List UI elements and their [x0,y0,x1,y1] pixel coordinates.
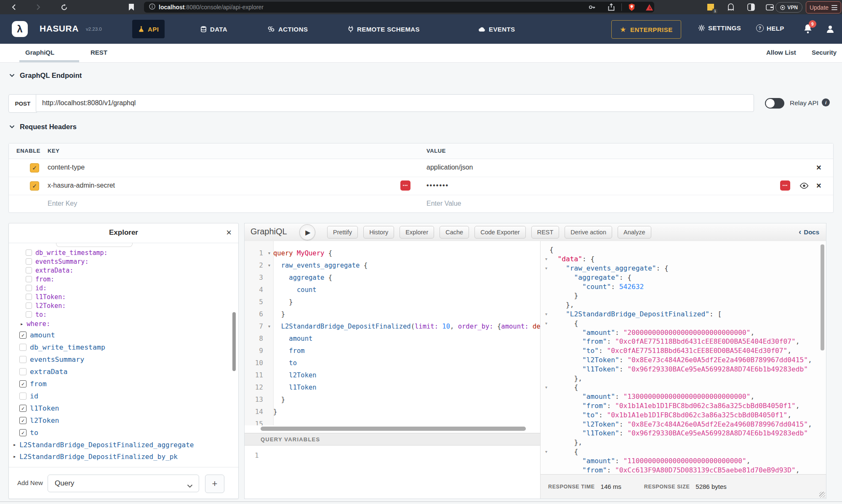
enterprise-button[interactable]: ★ ENTERPRISE [611,20,681,39]
field-checkbox[interactable]: ✓ [19,332,27,339]
key-icon[interactable] [587,2,597,12]
field-checkbox[interactable]: ✓ [19,417,27,424]
remove-header-icon[interactable]: × [816,181,821,190]
explorer-item-l1Token[interactable]: l1Token: [9,292,238,301]
new-key-input[interactable]: Enter Key [48,200,77,207]
vpn-button[interactable]: VPN [775,2,802,13]
explorer-item-l2Token[interactable]: l2Token: [9,301,238,310]
field-checkbox[interactable] [26,249,32,256]
enable-checkbox[interactable]: ✓ [30,163,39,172]
docs-link[interactable]: ‹ Docs [799,228,819,236]
explorer-field-list[interactable]: db_write_timestamp:eventsSummary:extraDa… [9,243,238,468]
code-exporter-button[interactable]: Code Exporter [474,226,526,239]
reload-icon[interactable] [59,2,69,12]
nav-item-actions[interactable]: ACTIONS [262,20,314,38]
field-checkbox[interactable] [26,294,32,300]
explorer-item-extraData[interactable]: extraData: [9,266,238,275]
nav-item-remote-schemas[interactable]: REMOTE SCHEMAS [342,20,426,38]
explorer-item-to[interactable]: to: [9,310,238,319]
explorer-item-db_write_timestamp[interactable]: db_write_timestamp [9,341,238,353]
explorer-button[interactable]: Explorer [400,226,434,239]
query-variables-header[interactable]: QUERY VARIABLES [245,433,540,446]
execute-query-button[interactable]: ▶ [299,224,315,240]
expand-arrow-icon[interactable]: ▸ [13,454,16,459]
contrast-extension-icon[interactable] [746,2,756,12]
fold-arrow-icon[interactable]: ▾ [543,266,549,271]
notifications-button[interactable]: 9 [803,24,813,34]
expand-arrow-icon[interactable]: ▸ [20,321,23,327]
field-checkbox[interactable] [26,276,32,282]
analyze-button[interactable]: Analyze [618,226,651,239]
fold-arrow-icon[interactable]: ▾ [543,321,549,326]
explorer-item-L2StandardBridge_DepositFinalized_aggregate[interactable]: ▸L2StandardBridge_DepositFinalized_aggre… [9,439,238,451]
menu-icon[interactable] [831,4,837,11]
explorer-item-eventsSummary[interactable]: eventsSummary [9,353,238,366]
field-checkbox[interactable] [26,302,32,309]
add-new-select[interactable]: Query [48,475,199,492]
response-scrollbar[interactable] [821,244,824,350]
resize-handle[interactable] [819,492,825,498]
expand-arrow-icon[interactable]: ▸ [13,442,16,448]
add-operation-button[interactable]: + [205,475,224,493]
brave-shield-icon[interactable] [626,2,637,12]
link-allow-list[interactable]: Allow List [766,49,796,56]
settings-button[interactable]: SETTINGS [698,24,741,32]
field-checkbox[interactable] [26,267,32,273]
fold-arrow-icon[interactable]: ▾ [543,312,549,316]
explorer-item-extraData[interactable]: extraData [9,366,238,378]
request-headers-header[interactable]: Request Headers [9,123,77,131]
prettify-button[interactable]: Prettify [327,226,358,239]
explorer-item-from[interactable]: from: [9,275,238,284]
remove-header-icon[interactable]: × [816,163,821,172]
query-editor[interactable]: 1▾query MyQuery {2▾ raw_events_aggregate… [245,241,540,499]
cache-button[interactable]: Cache [440,226,469,239]
graphql-endpoint-header[interactable]: GraphQL Endpoint [9,72,82,80]
explorer-item-l1Token[interactable]: ✓l1Token [9,402,238,414]
explorer-item-id[interactable]: id [9,390,238,402]
explorer-item-l2Token[interactable]: ✓l2Token [9,414,238,427]
derive-action-button[interactable]: Derive action [565,226,612,239]
bookmark-icon[interactable] [126,2,136,12]
endpoint-url-input[interactable]: http://localhost:8080/v1/graphql [36,94,754,112]
link-security[interactable]: Security [812,49,837,56]
explorer-item-where[interactable]: ▸where: [9,319,238,329]
field-checkbox[interactable] [26,258,32,265]
reveal-eye-icon[interactable] [799,183,809,191]
fold-arrow-icon[interactable]: ▾ [543,449,549,454]
explorer-item-amount[interactable]: ✓amount [9,329,238,341]
nav-item-api[interactable]: API [132,20,165,38]
field-checkbox[interactable] [19,344,27,351]
nav-item-data[interactable]: DATA [195,20,233,38]
hasura-logo[interactable]: λ [12,21,28,37]
nav-item-events[interactable]: EVENTS [472,20,521,38]
editor-horizontal-scrollbar[interactable] [261,427,526,431]
new-value-input[interactable]: Enter Value [426,200,461,207]
relay-info-icon[interactable]: i [822,98,830,106]
ghost-extension-icon[interactable] [726,2,736,12]
warning-triangle-icon[interactable] [644,2,654,12]
query-variables-editor[interactable]: 1 [245,446,540,499]
share-icon[interactable] [606,2,616,12]
notes-extension-icon[interactable]: 1 [706,2,716,12]
field-checkbox[interactable]: ✓ [19,405,27,412]
header-key[interactable]: content-type [48,164,85,171]
enable-checkbox[interactable]: ✓ [30,181,39,191]
explorer-scrollbar[interactable] [232,312,236,371]
rest-button[interactable]: REST [531,226,560,239]
back-icon[interactable] [9,2,19,12]
tab-rest[interactable]: REST [91,49,107,56]
field-checkbox[interactable] [19,393,27,400]
password-manager-icon[interactable]: ••• [780,180,790,191]
user-menu-button[interactable] [826,25,834,35]
tab-graphiql[interactable]: GraphiQL [25,49,54,56]
header-key[interactable]: x-hasura-admin-secret [48,182,115,189]
field-checkbox[interactable]: ✓ [19,429,27,436]
explorer-item-id[interactable]: id: [9,284,238,292]
explorer-item-from[interactable]: ✓from [9,378,238,390]
field-checkbox[interactable]: ✓ [19,380,27,387]
wallet-extension-icon[interactable] [765,2,775,12]
field-checkbox[interactable] [26,311,32,318]
fold-arrow-icon[interactable]: ▾ [543,385,549,390]
fold-arrow-icon[interactable]: ▾ [265,251,273,255]
update-button[interactable]: Update [806,1,841,13]
